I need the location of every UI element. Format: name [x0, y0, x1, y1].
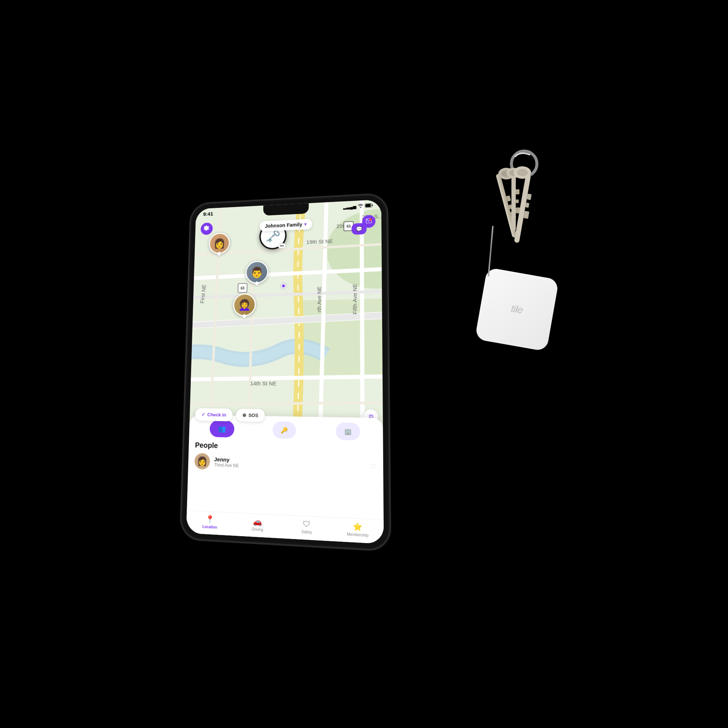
- tile-device-logo: tile: [510, 303, 524, 316]
- membership-nav-icon: ⭐: [353, 522, 362, 531]
- driving-nav-icon: 🚗: [253, 517, 262, 526]
- people-section: People 👩 Jenny Third Ave NE ♡: [188, 439, 384, 479]
- mail-icon: [366, 219, 372, 224]
- safety-nav-icon: 🛡: [303, 519, 310, 529]
- people-title: People: [195, 441, 376, 454]
- svg-rect-6: [300, 298, 383, 376]
- svg-text:19th St NE: 19th St NE: [306, 239, 333, 245]
- heart-icon[interactable]: ♡: [370, 462, 376, 471]
- status-time: 9:41: [203, 211, 213, 217]
- svg-text:Fifth Ave NE: Fifth Ave NE: [352, 284, 358, 315]
- svg-text:14th St NE: 14th St NE: [250, 380, 277, 387]
- driving-nav-label: Driving: [252, 527, 263, 532]
- avatar-pin-woman2[interactable]: 👩‍🦱: [233, 294, 256, 318]
- tile-device: tile: [475, 267, 559, 352]
- phone-inner: 9:41 ▂▃▄▅: [182, 195, 388, 549]
- svg-rect-1: [366, 204, 370, 207]
- physical-keys: [473, 142, 575, 269]
- phone-device: 9:41 ▂▃▄▅: [180, 194, 390, 551]
- person-avatar: 👩: [194, 453, 210, 470]
- wifi-icon: [358, 203, 363, 209]
- checkin-icon: ✓: [201, 412, 205, 417]
- gear-icon: [203, 225, 210, 232]
- family-name-label: Johnson Family: [265, 222, 303, 229]
- person-row[interactable]: 👩 Jenny Third Ave NE ♡: [194, 453, 376, 475]
- svg-text:rth Ave NE: rth Ave NE: [316, 286, 322, 312]
- membership-nav-label: Membership: [347, 532, 369, 538]
- nav-item-location[interactable]: 📍 Location: [199, 514, 220, 530]
- mail-button[interactable]: [362, 215, 376, 228]
- location-nav-label: Location: [202, 525, 217, 530]
- signal-icon: ▂▃▄▅: [343, 204, 356, 209]
- status-icons: ▂▃▄▅: [343, 203, 373, 210]
- battery-icon: [365, 203, 373, 209]
- sos-icon: ⊕: [242, 412, 246, 418]
- nav-item-driving[interactable]: 🚗 Driving: [246, 517, 269, 532]
- tab-people-button[interactable]: 👥: [210, 420, 235, 437]
- building-icon: 🏢: [344, 428, 352, 435]
- nav-item-membership[interactable]: ⭐ Membership: [346, 521, 369, 538]
- scene: 9:41 ▂▃▄▅: [164, 164, 564, 564]
- family-selector[interactable]: Johnson Family ▾: [260, 219, 312, 231]
- nav-item-safety[interactable]: 🛡 Safety: [295, 519, 318, 535]
- svg-rect-22: [511, 173, 516, 231]
- gear-button[interactable]: [200, 222, 213, 235]
- person-info: Jenny Third Ave NE: [214, 456, 366, 473]
- map-overlay-buttons: ✓ Check in ⊕ SOS: [195, 408, 265, 422]
- avatar-pin-man1[interactable]: 👨: [245, 261, 268, 285]
- chevron-down-icon: ▾: [304, 222, 306, 227]
- tab-building-button[interactable]: 🏢: [336, 423, 360, 440]
- bottom-nav: 📍 Location 🚗 Driving 🛡 Safety ⭐: [186, 510, 384, 544]
- keys-icon: 🔑: [281, 427, 288, 434]
- check-in-button[interactable]: ✓ Check in: [195, 408, 232, 421]
- location-nav-icon: 📍: [205, 514, 214, 524]
- tab-keys-button[interactable]: 🔑: [273, 422, 296, 439]
- svg-rect-23: [516, 189, 519, 194]
- people-icon: 👥: [218, 425, 226, 433]
- svg-rect-24: [516, 199, 519, 203]
- screen: 9:41 ▂▃▄▅: [186, 199, 384, 544]
- svg-point-35: [517, 169, 528, 176]
- safety-nav-label: Safety: [301, 530, 312, 534]
- sos-button[interactable]: ⊕ SOS: [236, 408, 265, 422]
- bottom-panel: 👥 🔑 🏢 People: [186, 415, 384, 544]
